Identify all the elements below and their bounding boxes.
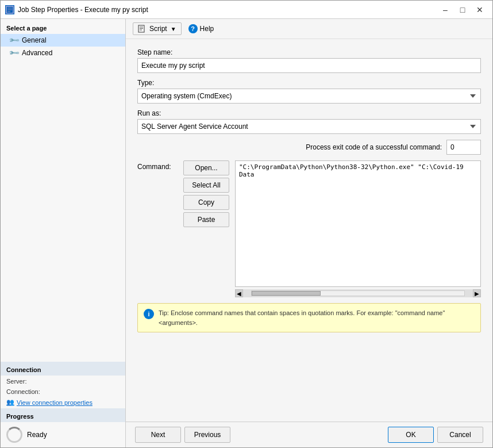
- exit-code-row: Process exit code of a successful comman…: [137, 140, 481, 155]
- sidebar-item-general[interactable]: 🔧 General: [1, 34, 125, 47]
- next-button[interactable]: Next: [135, 427, 181, 443]
- script-dropdown-arrow: ▼: [171, 26, 176, 32]
- sidebar: Select a page 🔧 General 🔧 Advanced Conne…: [1, 19, 126, 447]
- connection-label: Connection:: [1, 386, 125, 396]
- footer-main-buttons: OK Cancel: [388, 427, 483, 443]
- sidebar-item-general-label: General: [22, 36, 47, 44]
- command-textarea-wrapper: "C:\ProgramData\Python\Python38-32\Pytho…: [235, 160, 481, 297]
- command-label: Command:: [137, 160, 178, 171]
- window-controls: – □ ✕: [437, 3, 488, 16]
- exit-code-input[interactable]: [446, 140, 481, 155]
- scroll-left-btn[interactable]: ◀: [235, 289, 243, 297]
- view-connection-link[interactable]: 👥 View connection properties: [1, 396, 125, 408]
- form-area: Step name: Type: Operating system (CmdEx…: [126, 39, 492, 422]
- cancel-button[interactable]: Cancel: [437, 427, 483, 443]
- run-as-group: Run as: SQL Server Agent Service Account: [137, 109, 481, 134]
- main-window: Job Step Properties - Execute my py scri…: [0, 0, 493, 448]
- type-label: Type:: [137, 79, 481, 87]
- script-dropdown[interactable]: Script ▼: [133, 22, 182, 35]
- step-name-input[interactable]: [137, 58, 481, 73]
- command-area: Command: Open... Select All Copy Paste "…: [137, 160, 481, 297]
- window-title: Job Step Properties - Execute my py scri…: [18, 6, 148, 14]
- select-page-label: Select a page: [1, 19, 125, 34]
- maximize-button[interactable]: □: [455, 3, 471, 16]
- select-all-button[interactable]: Select All: [183, 178, 229, 193]
- type-select[interactable]: Operating system (CmdExec) Transact-SQL …: [137, 89, 481, 104]
- view-link-label: View connection properties: [17, 399, 93, 406]
- footer-nav: Next Previous: [135, 427, 230, 443]
- connection-section-title: Connection: [1, 362, 125, 376]
- copy-button[interactable]: Copy: [183, 195, 229, 210]
- command-textarea[interactable]: "C:\ProgramData\Python\Python38-32\Pytho…: [235, 160, 481, 287]
- scrollbar-thumb[interactable]: [252, 291, 321, 296]
- scrollbar-track: [251, 290, 465, 296]
- connection-icon: 👥: [6, 399, 14, 406]
- ready-label: Ready: [27, 431, 47, 439]
- server-label: Server:: [1, 376, 125, 386]
- script-button[interactable]: Script ▼: [133, 22, 182, 35]
- help-button[interactable]: ? Help: [184, 22, 219, 35]
- main-content: Script ▼ ? Help Step name: Type: [126, 19, 492, 447]
- progress-area: Ready: [1, 422, 125, 447]
- tip-text: Tip: Enclose command names that contain …: [159, 308, 475, 327]
- paste-button[interactable]: Paste: [183, 212, 229, 227]
- ok-button[interactable]: OK: [388, 427, 434, 443]
- step-name-label: Step name:: [137, 48, 481, 56]
- horizontal-scrollbar[interactable]: ◀ ▶: [235, 289, 481, 297]
- step-name-group: Step name:: [137, 48, 481, 73]
- footer: Next Previous OK Cancel: [126, 422, 492, 447]
- tip-box: i Tip: Enclose command names that contai…: [137, 303, 481, 332]
- progress-section-title: Progress: [1, 408, 125, 422]
- previous-button[interactable]: Previous: [184, 427, 230, 443]
- help-icon: ?: [188, 24, 198, 33]
- wrench-icon-general: 🔧: [8, 35, 20, 47]
- app-icon: [5, 5, 14, 14]
- tip-icon: i: [144, 309, 154, 319]
- script-label: Script: [149, 25, 167, 33]
- type-group: Type: Operating system (CmdExec) Transac…: [137, 79, 481, 104]
- run-as-label: Run as:: [137, 109, 481, 117]
- help-label: Help: [200, 25, 214, 33]
- command-buttons: Open... Select All Copy Paste: [183, 160, 229, 227]
- minimize-button[interactable]: –: [437, 3, 453, 16]
- scroll-right-btn[interactable]: ▶: [473, 289, 481, 297]
- open-button[interactable]: Open...: [183, 160, 229, 175]
- progress-spinner: [6, 427, 22, 443]
- close-button[interactable]: ✕: [472, 3, 488, 16]
- title-bar: Job Step Properties - Execute my py scri…: [1, 1, 492, 19]
- wrench-icon-advanced: 🔧: [8, 47, 20, 59]
- exit-code-label: Process exit code of a successful comman…: [306, 143, 442, 151]
- body: Select a page 🔧 General 🔧 Advanced Conne…: [1, 19, 492, 447]
- sidebar-item-advanced-label: Advanced: [22, 49, 52, 57]
- run-as-select[interactable]: SQL Server Agent Service Account: [137, 119, 481, 134]
- sidebar-item-advanced[interactable]: 🔧 Advanced: [1, 47, 125, 59]
- toolbar: Script ▼ ? Help: [126, 19, 492, 39]
